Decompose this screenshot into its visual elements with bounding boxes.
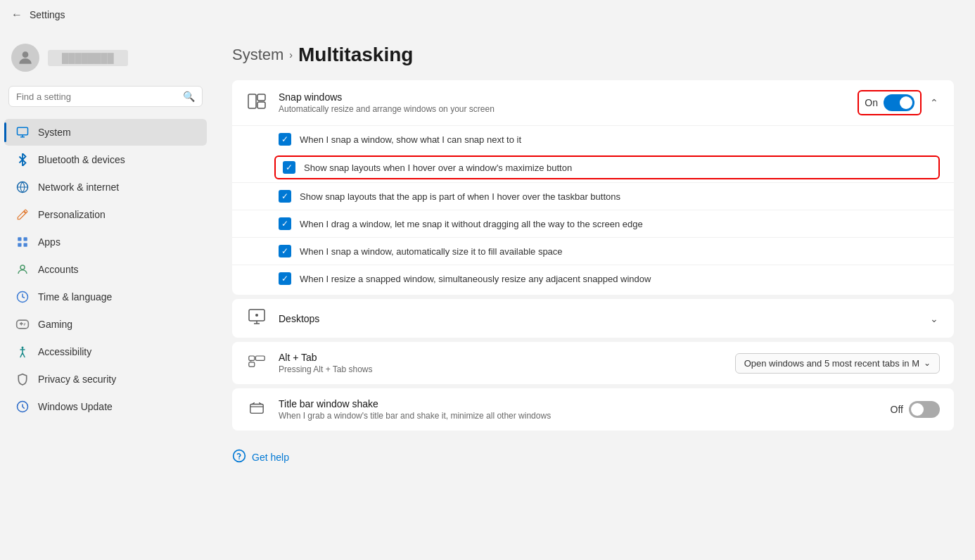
checkbox-item-1: ✓ When I snap a window, show what I can … [232,125,954,153]
title-bar-shake-card: Title bar window shake When I grab a win… [232,388,954,431]
user-name: ████████ [48,50,128,66]
sidebar-item-label-network: Network & internet [38,182,119,193]
svg-point-16 [255,314,258,317]
search-icon: 🔍 [183,91,195,102]
title-bar-shake-right: Off [891,401,940,418]
content-area: System › Multitasking Snap windows Autom… [211,30,975,560]
sidebar-item-label-gaming: Gaming [38,319,72,330]
svg-rect-6 [24,243,27,247]
checkbox-item-3: ✓ Show snap layouts that the app is part… [232,182,954,210]
checkbox-label-5: When I snap a window, automatically size… [300,246,563,257]
svg-rect-5 [18,243,21,247]
alt-tab-dropdown[interactable]: Open windows and 5 most recent tabs in M… [735,353,940,374]
sidebar-item-label-system: System [38,127,71,138]
checkbox-1[interactable]: ✓ [279,133,291,146]
toggle-knob-shake [911,403,924,416]
page-header: System › Multitasking [232,44,954,66]
gaming-icon [15,317,30,331]
sidebar-item-bluetooth[interactable]: Bluetooth & devices [4,146,207,173]
sidebar-item-privacy[interactable]: Privacy & security [4,366,207,393]
back-button[interactable]: ← [11,8,23,21]
nav-menu: System Bluetooth & devices Network & [0,118,211,421]
app-title: Settings [30,9,65,20]
main-layout: ████████ 🔍 System [0,30,975,560]
desktops-card: Desktops ⌄ [232,299,954,338]
checkbox-label-2: Show snap layouts when I hover over a wi… [304,163,572,173]
accounts-icon [15,262,30,276]
sidebar-item-time[interactable]: Time & language [4,284,207,310]
avatar [11,44,39,72]
checkbox-label-1: When I snap a window, show what I can sn… [300,134,521,145]
breadcrumb-system[interactable]: System [232,46,283,64]
snap-toggle-box[interactable]: On [858,90,922,115]
system-icon [15,125,30,139]
desktops-header[interactable]: Desktops ⌄ [232,299,954,338]
page-title: Multitasking [298,44,413,66]
get-help-section[interactable]: Get help [232,435,954,479]
svg-point-22 [234,450,246,462]
snap-toggle-label: On [865,97,878,108]
network-icon [15,180,30,194]
checkbox-4[interactable]: ✓ [279,217,291,230]
checkbox-6[interactable]: ✓ [279,272,291,285]
alt-tab-title: Alt + Tab [279,352,724,363]
sidebar-item-gaming[interactable]: Gaming [4,311,207,338]
sidebar-item-label-bluetooth: Bluetooth & devices [38,154,125,165]
sidebar-item-label-accessibility: Accessibility [38,346,91,357]
sidebar-item-personalization[interactable]: Personalization [4,201,207,228]
alt-tab-right: Open windows and 5 most recent tabs in M… [735,353,940,374]
snap-windows-icon [246,94,267,113]
dropdown-chevron-icon: ⌄ [924,358,931,368]
sidebar-item-update[interactable]: Windows Update [4,393,207,420]
svg-rect-21 [250,404,263,413]
sidebar-item-accessibility[interactable]: Accessibility [4,338,207,365]
user-section: ████████ [0,37,211,86]
snap-windows-expand-button[interactable]: ⌃ [929,96,940,110]
title-bar-shake-toggle-label: Off [891,404,903,415]
sidebar-item-network[interactable]: Network & internet [4,174,207,201]
checkbox-label-6: When I resize a snapped window, simultan… [300,274,651,284]
checkbox-item-4: ✓ When I drag a window, let me snap it w… [232,210,954,237]
sidebar-item-label-accounts: Accounts [38,264,79,275]
svg-rect-13 [257,94,265,101]
title-bar-shake-icon [246,400,267,419]
sidebar-item-label-personalization: Personalization [38,209,106,220]
svg-rect-3 [18,237,21,241]
snap-windows-right: On ⌃ [858,90,940,115]
title-bar-shake-header: Title bar window shake When I grab a win… [232,388,954,431]
privacy-icon [15,372,30,386]
checkbox-5[interactable]: ✓ [279,245,291,257]
snap-windows-card: Snap windows Automatically resize and ar… [232,80,954,295]
snap-windows-toggle[interactable] [884,94,915,111]
snap-windows-text: Snap windows Automatically resize and ar… [279,91,846,114]
sidebar-item-label-privacy: Privacy & security [38,374,116,385]
snap-windows-header[interactable]: Snap windows Automatically resize and ar… [232,80,954,125]
sidebar: ████████ 🔍 System [0,30,211,560]
desktops-expand-button[interactable]: ⌄ [929,312,940,326]
title-bar-shake-text: Title bar window shake When I grab a win… [279,398,879,421]
alt-tab-icon: ↹ [246,354,267,373]
svg-text:↹: ↹ [250,359,252,362]
title-bar-shake-title: Title bar window shake [279,398,879,409]
checkbox-2[interactable]: ✓ [283,161,295,174]
sidebar-item-accounts[interactable]: Accounts [4,256,207,283]
svg-rect-4 [24,237,27,241]
sidebar-item-label-update: Windows Update [38,401,113,412]
apps-icon [15,235,30,249]
checkbox-label-4: When I drag a window, let me snap it wit… [300,219,643,229]
checkbox-3[interactable]: ✓ [279,190,291,203]
sidebar-item-apps[interactable]: Apps [4,229,207,255]
search-box[interactable]: 🔍 [8,86,203,107]
svg-point-23 [238,458,240,459]
update-icon [15,400,30,414]
svg-rect-1 [18,127,28,135]
search-input[interactable] [16,91,177,102]
alt-tab-dropdown-value: Open windows and 5 most recent tabs in M [744,358,919,369]
get-help-icon [232,449,246,465]
snap-windows-title: Snap windows [279,91,846,103]
sidebar-item-system[interactable]: System [4,119,207,146]
title-bar-shake-toggle[interactable] [909,401,940,418]
time-icon [15,290,30,304]
title-bar-shake-toggle-container: Off [891,401,940,418]
personalization-icon [15,208,30,222]
